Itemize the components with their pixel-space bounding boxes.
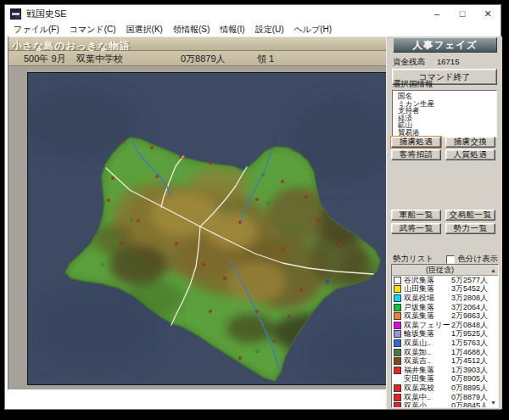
- menu-item[interactable]: 領情報(S): [168, 24, 215, 36]
- power-list-body: 谷沢集落5万2577人山田集落3万5452人双葉役場3万2808人戸坂集落3万2…: [392, 276, 498, 408]
- faction-color-swatch: [394, 367, 401, 374]
- window-title: 戦国史SE: [26, 8, 67, 20]
- funds-label: 資金残高: [393, 57, 425, 66]
- action-button-grid: 捕虜処遇捕虜交換客将招請人質処遇: [391, 137, 495, 160]
- game-status-bar: 500年 9月 双葉中学校 0万8879人 領 1: [8, 51, 386, 66]
- info-item: 経済: [398, 115, 496, 122]
- menu-item[interactable]: 国選択(K): [121, 24, 168, 36]
- action-button[interactable]: 捕虜処遇: [391, 137, 441, 148]
- menu-bar: ファイル(F)コマンド(C)国選択(K)領情報(S)情報(I)設定(U)ヘルプ(…: [5, 22, 501, 36]
- faction-row[interactable]: 双葉小..0万8845人: [392, 401, 498, 408]
- faction-color-swatch: [394, 322, 401, 329]
- faction-color-swatch: [394, 349, 401, 356]
- faction-color-swatch: [394, 357, 401, 365]
- faction-color-swatch: [394, 384, 401, 392]
- selected-info-box: 国名ミカン生産支持者経済鉱山貿易港: [392, 90, 497, 137]
- map-surround: [8, 66, 386, 389]
- game-map[interactable]: [28, 73, 386, 384]
- faction-color-swatch: [394, 330, 401, 338]
- funds-row: 資金残高16715: [393, 57, 459, 68]
- menu-item[interactable]: 情報(I): [215, 24, 249, 36]
- menu-item[interactable]: ファイル(F): [8, 24, 64, 36]
- action-button[interactable]: 人質処遇: [445, 149, 495, 160]
- scroll-down-icon[interactable]: ▼: [490, 400, 496, 406]
- funds-value: 16715: [437, 57, 459, 66]
- maximize-icon[interactable]: □: [450, 5, 475, 22]
- faction-color-swatch: [394, 402, 401, 408]
- close-icon[interactable]: ✕: [475, 5, 501, 22]
- title-bar: 戦国史SE – □ ✕: [5, 5, 501, 22]
- menu-item[interactable]: 設定(U): [250, 24, 289, 36]
- faction-color-swatch: [394, 277, 401, 284]
- window-controls: – □ ✕: [424, 5, 501, 22]
- action-button[interactable]: 捕虜交換: [445, 137, 495, 148]
- list-button-grid: 軍船一覧交易船一覧武将一覧勢力一覧: [391, 210, 495, 234]
- faction-color-swatch: [394, 312, 401, 320]
- game-date: 500年 9月: [24, 53, 66, 65]
- menu-item[interactable]: コマンド(C): [64, 24, 121, 36]
- faction-color-swatch: [394, 304, 401, 311]
- app-icon: [10, 8, 21, 20]
- game-area: 小さな島のおっきな物語 500年 9月 双葉中学校 0万8879人 領 1: [8, 36, 386, 389]
- minimize-icon[interactable]: –: [424, 5, 450, 22]
- scroll-up-icon[interactable]: ▲: [490, 267, 496, 273]
- faction-name: 双葉小..: [404, 400, 451, 408]
- faction-color-swatch: [394, 285, 401, 293]
- list-button[interactable]: 勢力一覧: [445, 223, 495, 234]
- country-population: 0万8879人: [181, 53, 226, 65]
- faction-color-swatch: [394, 294, 401, 302]
- action-button[interactable]: 客将招請: [391, 149, 441, 160]
- info-item: 支持者: [398, 107, 496, 115]
- control-panel: 人事フェイズ 資金残高16715 コマンド終了 選択国情報 国名ミカン生産支持者…: [386, 36, 502, 409]
- app-window: 戦国史SE – □ ✕ ファイル(F)コマンド(C)国選択(K)領情報(S)情報…: [4, 4, 501, 410]
- color-toggle-checkbox[interactable]: [446, 255, 455, 264]
- territory-count: 領 1: [257, 53, 274, 65]
- faction-color-swatch: [394, 339, 401, 347]
- list-button[interactable]: 武将一覧: [391, 223, 441, 234]
- list-button[interactable]: 交易船一覧: [445, 210, 495, 221]
- phase-header: 人事フェイズ: [393, 37, 497, 53]
- info-item: 貿易港: [398, 129, 496, 137]
- faction-population: 0万8845人: [451, 400, 488, 408]
- scenario-title-bar: 小さな島のおっきな物語: [8, 36, 386, 51]
- screenshot-root: { "window": { "title": "戦国史SE", "minimiz…: [0, 0, 509, 420]
- menu-item[interactable]: ヘルプ(H): [289, 24, 338, 36]
- map-panel: [27, 72, 387, 385]
- current-country: 双葉中学校: [76, 53, 123, 65]
- faction-color-swatch: [394, 394, 401, 401]
- list-button[interactable]: 軍船一覧: [391, 210, 441, 221]
- power-list: (臣従含) 谷沢集落5万2577人山田集落3万5452人双葉役場3万2808人戸…: [391, 264, 499, 408]
